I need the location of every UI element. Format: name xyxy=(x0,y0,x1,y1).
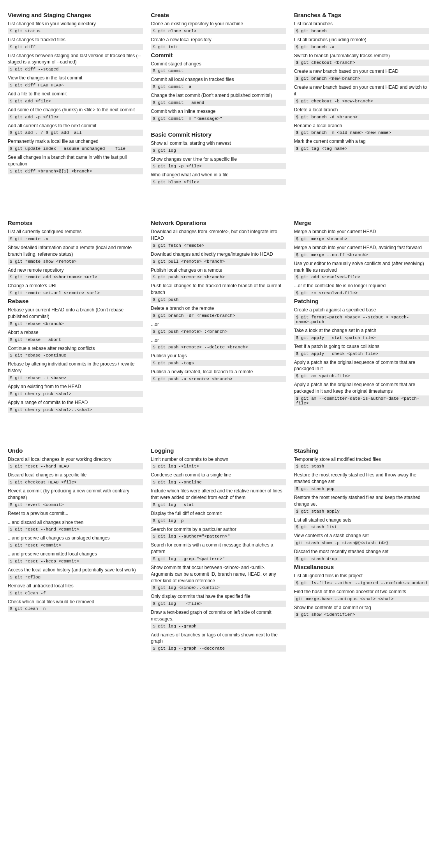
description: Clone an existing repository to your mac… xyxy=(151,21,286,27)
subsection: Basic Commit HistoryShow all commits, st… xyxy=(151,131,286,185)
description: Switch to branch (automatically tracks r… xyxy=(294,53,429,59)
section-title: Branches & Tags xyxy=(294,12,429,18)
command: $ git add . / $ git add -all xyxy=(8,130,143,136)
command: $ git tag <tag-name> xyxy=(294,146,429,152)
description: Rebase by altering individual commits in… xyxy=(8,361,143,374)
description: Add new remote repository xyxy=(8,267,143,274)
command: $ git rebase --abort xyxy=(8,337,143,343)
description: Permanently mark a local file as unchang… xyxy=(8,138,143,145)
command: $ git apply --check <patch-file> xyxy=(294,351,429,357)
description: Search for commits with a commit message… xyxy=(151,542,286,555)
command: $ git checkout HEAD <file> xyxy=(8,479,143,485)
command: $ git remote add <shortname> <url> xyxy=(8,274,143,280)
command: $ git reset --hard <commit> xyxy=(8,526,143,532)
description: Limit number of commits to be shown xyxy=(151,456,286,463)
command: $ git blame <file> xyxy=(151,179,286,185)
description: Delete a local branch xyxy=(294,107,429,113)
description: Publish your tags xyxy=(151,353,286,359)
command: $ git format-patch <base> --stdout > <pa… xyxy=(294,314,429,325)
description: Check which local files would be removed xyxy=(8,599,143,605)
command: $ git push <remote> <branch> xyxy=(151,274,286,280)
description: Apply an existing from to the HEAD xyxy=(8,383,143,390)
description: Commit staged changes xyxy=(151,61,286,67)
subsection-title: Miscellaneous xyxy=(294,564,429,570)
command: $ git show <identifier> xyxy=(294,611,429,618)
command: $ git remote show <remote> xyxy=(8,258,143,265)
section-title: Stashing xyxy=(294,447,429,454)
command: $ git clean -f xyxy=(8,590,143,596)
section-title: Viewing and Staging Changes xyxy=(8,12,143,18)
command: $ git log --stat xyxy=(151,502,286,508)
description: View contents of a stash change set xyxy=(294,532,429,539)
command: $ git log -- <file> xyxy=(151,601,286,607)
command: $ git log --graph xyxy=(151,623,286,629)
description: Take a look at the change set in a patch xyxy=(294,327,429,334)
description: Continue a rebase after resolving confli… xyxy=(8,345,143,352)
description: Display the full diff of each commit xyxy=(151,510,286,517)
command: git stash show -p stash@{<stash id>} xyxy=(294,540,429,546)
command: $ git checkout <branch> xyxy=(294,60,429,66)
description: Create a patch against a specified base xyxy=(294,307,429,313)
description: Add all current changes to the next comm… xyxy=(8,123,143,129)
command: $ git reset --keep <commit> xyxy=(8,558,143,564)
command: $ git branch -a xyxy=(294,44,429,50)
command: $ git push -u <remote> <branch> xyxy=(151,376,286,382)
description: Show all commits, starting with newest xyxy=(151,140,286,147)
command: $ git commit --amend xyxy=(151,100,286,106)
description: List all ignored files in this project xyxy=(294,573,429,579)
subsection: PatchingCreate a patch against a specifi… xyxy=(294,298,429,406)
command: $ git stash apply xyxy=(294,508,429,515)
command: $ git remote set-url <remote> <url> xyxy=(8,290,143,296)
description: Commit with an inline message xyxy=(151,108,286,115)
command: $ git pull <remote> <branch> xyxy=(151,258,286,265)
command: $ git add <resolved-file> xyxy=(294,274,429,280)
subsection: MiscellaneousList all ignored files in t… xyxy=(294,564,429,618)
description: Create a new branch based on your curren… xyxy=(294,68,429,75)
description: Use your editor to manually solve confli… xyxy=(294,260,429,274)
command: $ git rebase -continue xyxy=(8,352,143,358)
subsection-title: Rebase xyxy=(8,298,143,304)
subsection-title: Commit xyxy=(151,52,286,58)
description: List changes between staging and last ve… xyxy=(8,53,143,66)
command: $ git add <file> xyxy=(8,98,143,104)
command: $ git stash pop xyxy=(294,486,429,492)
command: $ git diff --staged xyxy=(8,66,143,72)
description: List all stashed change sets xyxy=(294,517,429,524)
command: $ git cherry-pick <sha1>..<sha1> xyxy=(8,407,143,413)
description: Discard local changes in a specific file xyxy=(8,472,143,478)
command: $ git commit xyxy=(151,68,286,74)
command: $ git log <since>..<until> xyxy=(151,585,286,591)
command: $ git log --author="<pattern>" xyxy=(151,533,286,539)
command: $ git stash list xyxy=(294,524,429,530)
command: $ git stash xyxy=(294,463,429,469)
description: Find the hash of the common ancestor of … xyxy=(294,589,429,595)
command: $ git ls-files --other --ignored --exclu… xyxy=(294,580,429,586)
description: Remove all untracked local files xyxy=(8,583,143,589)
command: $ git cherry-pick <sha1> xyxy=(8,391,143,397)
description: Commit all local changes in tracked file… xyxy=(151,76,286,83)
description: Publish a newly created, local branch to… xyxy=(151,369,286,375)
description: Discard all local changes in your workin… xyxy=(8,456,143,463)
description: Search for commits by a particular autho… xyxy=(151,526,286,533)
command: $ git merge <branch> xyxy=(294,236,429,242)
command: $ git commit -m "<message>" xyxy=(151,116,286,122)
description: Change the last commit (Don't amend publ… xyxy=(151,92,286,99)
description: Publish local changes on a remote xyxy=(151,267,286,274)
description: Rebase your current HEAD onto a branch (… xyxy=(8,307,143,320)
description: Change a remote's URL xyxy=(8,283,143,289)
command: $ git log xyxy=(151,148,286,154)
command: $ git checkout -b <new-branch> xyxy=(294,98,429,104)
subsection: CommitCommit staged changes$ git commitC… xyxy=(151,52,286,122)
description: Abort a rebase xyxy=(8,329,143,336)
command: $ git branch -d <branch> xyxy=(294,114,429,120)
command: $ git rm <resolved-file> xyxy=(294,290,429,296)
command: $ git merge --no-ff <branch> xyxy=(294,252,429,258)
description: ...or xyxy=(151,321,286,328)
command: $ git update-index --assume-unchanged --… xyxy=(8,146,143,152)
row-middle: RemotesList all currently configured rem… xyxy=(8,220,429,431)
command: $ git log --grep="<pattern>" xyxy=(151,556,286,562)
description: Draw a text-based graph of commits on le… xyxy=(151,609,286,622)
command: $ git push -tags xyxy=(151,360,286,366)
command: $ git log --oneline xyxy=(151,479,286,485)
description: ...or xyxy=(151,337,286,344)
